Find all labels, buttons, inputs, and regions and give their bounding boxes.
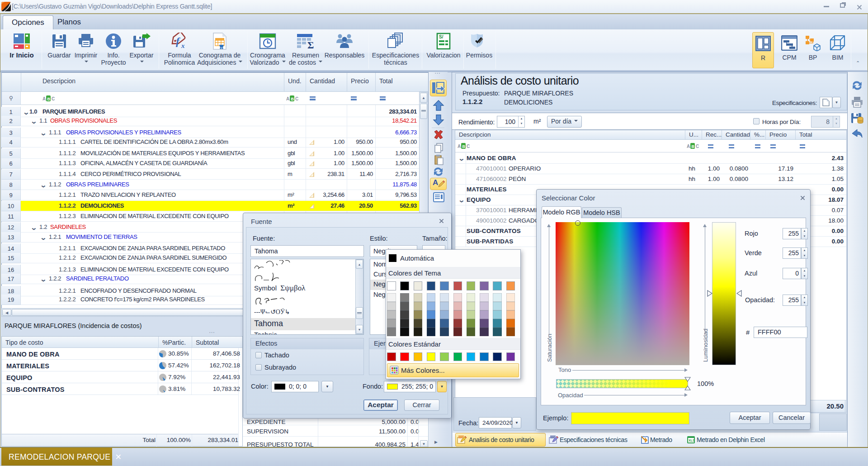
svg-text:B: B — [291, 97, 294, 101]
svg-text:x: x — [181, 42, 185, 49]
svg-text:A: A — [286, 96, 289, 101]
svg-text:C: C — [467, 144, 470, 149]
svg-text:B: B — [47, 97, 51, 101]
svg-text:A: A — [687, 144, 690, 149]
svg-text:S/: S/ — [439, 34, 443, 39]
svg-text:A: A — [458, 144, 461, 149]
svg-text:B: B — [462, 144, 466, 149]
svg-text:A: A — [42, 96, 46, 101]
svg-text:XLS: XLS — [689, 439, 695, 442]
svg-text:C: C — [696, 144, 699, 149]
svg-text:Σ: Σ — [307, 39, 314, 49]
svg-text:C: C — [52, 96, 55, 101]
svg-text:C: C — [295, 96, 298, 101]
svg-text:f: f — [176, 35, 180, 47]
svg-text:B: B — [692, 144, 695, 149]
